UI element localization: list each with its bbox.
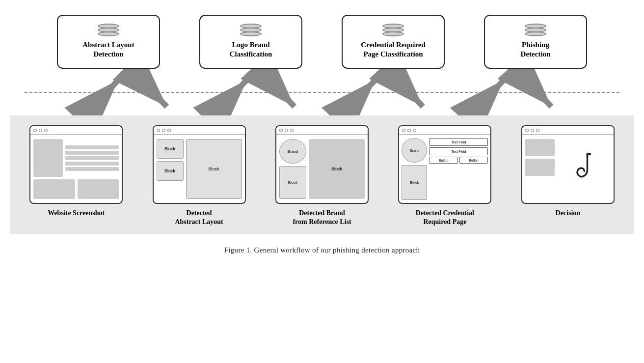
browser-dot-7: [279, 129, 283, 132]
dc-btn-2: Button: [459, 157, 488, 164]
dc-block: Block: [402, 165, 427, 200]
dc-btn-1: Button: [429, 157, 458, 164]
ws-block-1: [33, 179, 75, 199]
screen-item-abstract: Block Block Block DetectedAbstract Layou…: [143, 125, 254, 226]
block-label-2: Block: [157, 161, 184, 181]
browser-titlebar-decision: [522, 126, 614, 135]
screen-item-website: Website Screenshot: [21, 125, 132, 218]
dc-buttons: Button Button: [429, 157, 488, 164]
dc-field-1: Text Field: [429, 138, 488, 146]
ws-block-2: [78, 179, 119, 199]
screen-row: Website Screenshot Block Block: [15, 125, 629, 226]
stack-icon-phishing: [525, 24, 546, 36]
browser-dot-6: [167, 129, 171, 132]
ws-bottom: [33, 179, 119, 199]
module-label-abstract: Abstract LayoutDetection: [82, 40, 134, 59]
module-label-brand: Logo BrandClassification: [230, 40, 272, 59]
module-phishing: PhishingDetection: [484, 15, 587, 69]
dec-left: [525, 139, 555, 176]
browser-dot-5: [162, 129, 165, 132]
dec-block-bottom: [525, 159, 555, 176]
db-body: Brand Block Block: [276, 135, 368, 203]
bottom-section: Website Screenshot Block Block: [10, 115, 634, 234]
svg-line-8: [479, 80, 504, 107]
screen-label-abstract: DetectedAbstract Layout: [175, 209, 223, 226]
svg-line-7: [398, 80, 423, 107]
browser-dot-10: [402, 129, 405, 132]
dc-brand-circle: Brand: [402, 138, 427, 163]
browser-dot-11: [407, 129, 411, 132]
hook-icon: [570, 152, 597, 186]
browser-window-website: [29, 125, 123, 204]
dc-body: Brand Block Text Field Text Field Button…: [399, 135, 490, 203]
dec-body: [522, 135, 614, 203]
module-label-phishing: PhishingDetection: [521, 40, 551, 59]
module-row: Abstract LayoutDetection Logo BrandClass…: [10, 15, 634, 69]
stack-icon-abstract: [98, 24, 119, 36]
svg-line-3: [141, 80, 167, 107]
screen-label-website: Website Screenshot: [48, 209, 105, 218]
db-right-block: Block: [309, 139, 365, 199]
browser-dot-14: [531, 129, 534, 132]
ws-line-2: [65, 151, 119, 155]
browser-dot-15: [536, 129, 539, 132]
browser-dot-9: [290, 129, 294, 132]
browser-window-abstract: Block Block Block: [153, 125, 246, 204]
browser-window-brand: Brand Block Block: [275, 125, 369, 204]
browser-dot-3: [44, 129, 48, 132]
figure-caption: Figure 1. General workflow of our phishi…: [224, 246, 420, 254]
browser-dot-1: [33, 129, 37, 132]
ws-left-block: [33, 139, 63, 177]
block-label-3: Block: [186, 139, 242, 199]
screen-label-brand: Detected Brandfrom Reference List: [293, 209, 351, 226]
svg-line-9: [526, 80, 551, 107]
browser-titlebar-brand: [276, 126, 368, 135]
block-label-1: Block: [157, 139, 184, 159]
db-block-sm: Block: [279, 166, 306, 199]
screen-label-credential: Detected CredentialRequired Page: [416, 209, 474, 226]
dal-body: Block Block Block: [154, 135, 245, 203]
svg-line-6: [350, 80, 375, 107]
module-label-credential: Credential RequiredPage Classification: [361, 40, 426, 59]
arrows-svg: [10, 69, 634, 115]
browser-dot-8: [285, 129, 288, 132]
screen-item-brand: Brand Block Block Detected Brandfrom Ref…: [267, 125, 377, 226]
dec-block-top: [525, 139, 555, 156]
svg-line-5: [269, 80, 294, 107]
dc-right: Text Field Text Field Button Button: [429, 138, 488, 200]
module-abstract-layout: Abstract LayoutDetection: [57, 15, 160, 69]
browser-titlebar-website: [30, 126, 122, 135]
screen-item-decision: Decision: [512, 125, 623, 218]
screen-item-credential: Brand Block Text Field Text Field Button…: [389, 125, 500, 226]
browser-titlebar-credential: [399, 126, 490, 135]
svg-line-2: [93, 80, 118, 107]
ws-line-3: [65, 156, 119, 160]
svg-line-4: [221, 80, 246, 107]
browser-body-website: [30, 135, 122, 203]
main-container: Abstract LayoutDetection Logo BrandClass…: [0, 0, 644, 363]
browser-window-decision: [521, 125, 615, 204]
dc-spacer: [429, 165, 488, 200]
ws-line-4: [65, 162, 119, 166]
stack-icon-brand: [240, 24, 262, 36]
screen-label-decision: Decision: [556, 209, 581, 218]
dc-field-2: Text Field: [429, 147, 488, 155]
db-left: Brand Block: [279, 139, 306, 199]
module-logo-brand: Logo BrandClassification: [199, 15, 302, 69]
ws-line-5: [65, 167, 119, 171]
arrow-row: [10, 69, 634, 115]
browser-dot-12: [413, 129, 416, 132]
ws-top: [33, 139, 119, 177]
stack-icon-credential: [382, 24, 404, 36]
ws-line-1: [65, 145, 119, 149]
browser-dot-4: [157, 129, 160, 132]
browser-dot-2: [39, 129, 42, 132]
dc-left: Brand Block: [402, 138, 427, 200]
browser-titlebar-abstract: [154, 126, 245, 135]
module-credential: Credential RequiredPage Classification: [342, 15, 445, 69]
ws-right-lines: [65, 139, 119, 177]
browser-window-credential: Brand Block Text Field Text Field Button…: [398, 125, 491, 204]
browser-dot-13: [525, 129, 529, 132]
db-brand-circle: Brand: [279, 139, 306, 164]
dal-left: Block Block: [157, 139, 184, 199]
